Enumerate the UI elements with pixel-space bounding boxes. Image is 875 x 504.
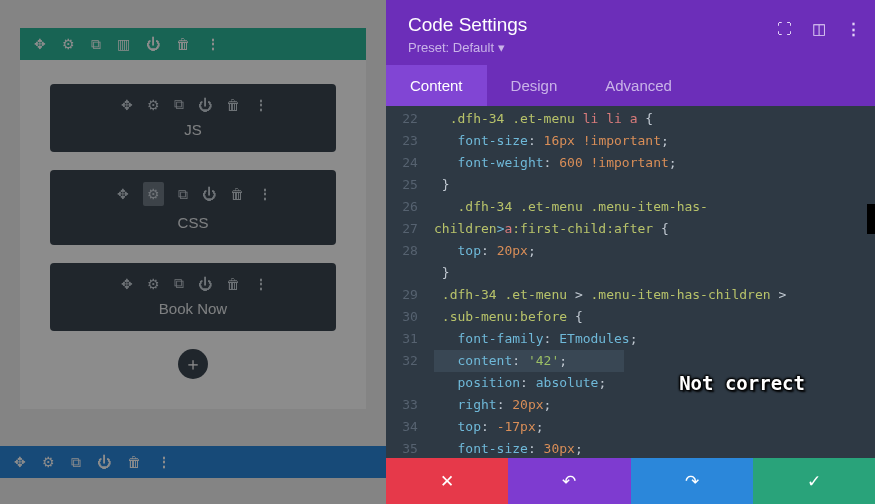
gear-icon-active[interactable]: ⚙: [143, 182, 164, 206]
module-booknow[interactable]: ✥ ⚙ ⧉ ⏻ 🗑 ⋮ Book Now: [50, 263, 336, 331]
tab-bar: Content Design Advanced: [386, 65, 875, 106]
split-icon[interactable]: ◫: [812, 20, 826, 38]
trash-icon[interactable]: 🗑: [226, 276, 240, 292]
more-icon[interactable]: ⋮: [157, 454, 169, 470]
gear-icon[interactable]: ⚙: [147, 97, 160, 113]
move-icon[interactable]: ✥: [34, 36, 46, 52]
trash-icon[interactable]: 🗑: [176, 36, 190, 52]
duplicate-icon[interactable]: ⧉: [178, 186, 188, 203]
trash-icon[interactable]: 🗑: [226, 97, 240, 113]
section-toolbar-blue[interactable]: ✥ ⚙ ⧉ ⏻ 🗑 ⋮: [0, 446, 386, 478]
scrollbar-thumb[interactable]: [867, 204, 875, 234]
gear-icon[interactable]: ⚙: [42, 454, 55, 470]
move-icon[interactable]: ✥: [117, 186, 129, 202]
code-editor[interactable]: 22232425262728 29303132 333435363738 .df…: [386, 106, 875, 458]
move-icon[interactable]: ✥: [14, 454, 26, 470]
move-icon[interactable]: ✥: [121, 276, 133, 292]
settings-panel: Code Settings Preset: Default ▾ ⛶ ◫ ⋮ Co…: [386, 0, 875, 504]
duplicate-icon[interactable]: ⧉: [174, 275, 184, 292]
module-css[interactable]: ✥ ⚙ ⧉ ⏻ 🗑 ⋮ CSS: [50, 170, 336, 245]
annotation-label: Not correct: [679, 372, 805, 394]
confirm-button[interactable]: ✓: [753, 458, 875, 504]
duplicate-icon[interactable]: ⧉: [71, 454, 81, 471]
module-label: Book Now: [159, 300, 227, 317]
row-container: ✥ ⚙ ⧉ ⏻ 🗑 ⋮ JS ✥ ⚙ ⧉ ⏻ 🗑 ⋮ CSS ✥ ⚙: [20, 60, 366, 409]
trash-icon[interactable]: 🗑: [127, 454, 141, 470]
undo-button[interactable]: ↶: [508, 458, 630, 504]
code-content[interactable]: .dfh-34 .et-menu li li a { font-size: 16…: [434, 106, 875, 458]
preset-selector[interactable]: Preset: Default ▾: [408, 40, 853, 55]
tab-design[interactable]: Design: [487, 65, 582, 106]
more-icon[interactable]: ⋮: [254, 276, 266, 292]
redo-button[interactable]: ↷: [631, 458, 753, 504]
duplicate-icon[interactable]: ⧉: [174, 96, 184, 113]
module-label: JS: [184, 121, 202, 138]
more-icon[interactable]: ⋮: [258, 186, 270, 202]
gear-icon[interactable]: ⚙: [147, 276, 160, 292]
expand-icon[interactable]: ⛶: [777, 20, 792, 38]
more-icon[interactable]: ⋮: [846, 20, 859, 38]
gear-icon[interactable]: ⚙: [62, 36, 75, 52]
tab-content[interactable]: Content: [386, 65, 487, 106]
more-icon[interactable]: ⋮: [206, 36, 218, 52]
chevron-down-icon: ▾: [498, 40, 505, 55]
tab-advanced[interactable]: Advanced: [581, 65, 696, 106]
columns-icon[interactable]: ▥: [117, 36, 130, 52]
module-label: CSS: [178, 214, 209, 231]
cancel-button[interactable]: ✕: [386, 458, 508, 504]
move-icon[interactable]: ✥: [121, 97, 133, 113]
power-icon[interactable]: ⏻: [146, 36, 160, 52]
more-icon[interactable]: ⋮: [254, 97, 266, 113]
section-toolbar-teal[interactable]: ✥ ⚙ ⧉ ▥ ⏻ 🗑 ⋮: [20, 28, 366, 60]
duplicate-icon[interactable]: ⧉: [91, 36, 101, 53]
module-js[interactable]: ✥ ⚙ ⧉ ⏻ 🗑 ⋮ JS: [50, 84, 336, 152]
power-icon[interactable]: ⏻: [198, 97, 212, 113]
panel-footer: ✕ ↶ ↷ ✓: [386, 458, 875, 504]
line-gutter: 22232425262728 29303132 333435363738: [386, 106, 434, 458]
trash-icon[interactable]: 🗑: [230, 186, 244, 202]
power-icon[interactable]: ⏻: [97, 454, 111, 470]
power-icon[interactable]: ⏻: [202, 186, 216, 202]
add-module-button[interactable]: ＋: [178, 349, 208, 379]
power-icon[interactable]: ⏻: [198, 276, 212, 292]
